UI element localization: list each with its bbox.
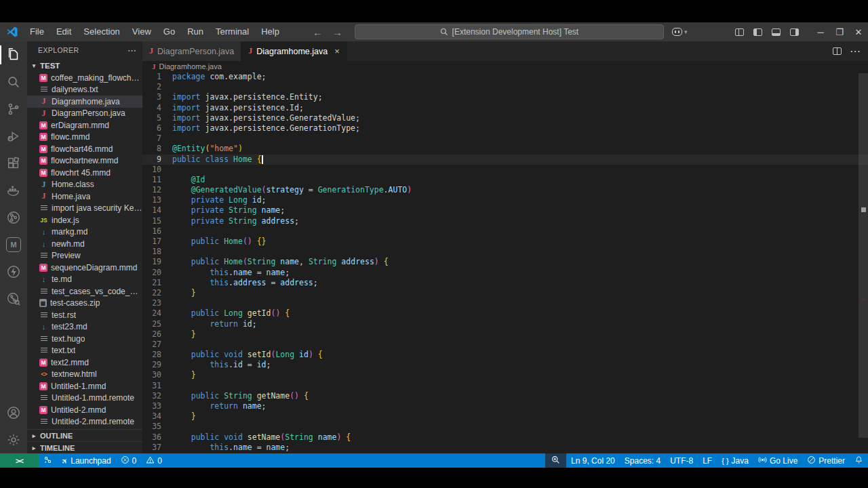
toggle-sidebar-icon[interactable] (753, 28, 762, 36)
file-row[interactable]: JHome.java (27, 190, 142, 203)
nav-forward-button[interactable]: → (332, 26, 342, 38)
errors-item[interactable]: 0 (116, 453, 142, 468)
menu-file[interactable]: File (24, 22, 50, 41)
token: ) (374, 257, 379, 266)
file-row[interactable]: Mcoffee_making_flowchart.... (27, 72, 142, 84)
file-row[interactable]: Mtext2.mmd (27, 357, 142, 369)
encoding[interactable]: UTF-8 (665, 453, 698, 468)
file-row[interactable]: Untitled-2.mmd.remote (27, 416, 142, 428)
editor-scrollbar[interactable] (859, 72, 868, 453)
menu-go[interactable]: Go (157, 22, 181, 41)
explorer-icon[interactable] (0, 41, 27, 68)
file-row[interactable]: test.rst (27, 309, 142, 321)
file-row[interactable]: JSindex.js (27, 214, 142, 226)
restore-button[interactable]: ❐ (830, 22, 849, 41)
tab-DiagramPerson.java[interactable]: JDiagramPerson.java (142, 41, 241, 61)
file-row[interactable]: MsequenceDiagram.mmd (27, 262, 142, 274)
gitlens-icon[interactable] (0, 285, 27, 312)
zip-file-icon: ▦ (39, 299, 47, 307)
customize-layout-icon[interactable] (735, 28, 744, 36)
mermaid-extension-icon[interactable]: M (0, 231, 27, 258)
editor-more-actions-icon[interactable]: ⋯ (850, 45, 861, 58)
run-debug-icon[interactable] (0, 123, 27, 150)
file-row[interactable]: Mflowchrt 45.mmd (27, 167, 142, 179)
file-row[interactable]: dailynews.txt (27, 84, 142, 96)
file-row[interactable]: ↓test23.md (27, 321, 142, 333)
slash-icon (807, 455, 816, 466)
launchpad-item[interactable]: ✈Launchpad (57, 453, 116, 468)
docker-icon[interactable] (0, 177, 27, 204)
notifications-bell[interactable] (850, 453, 868, 468)
file-row[interactable]: Mflowchart46.mmd (27, 143, 142, 155)
remote-indicator[interactable]: >< (0, 453, 39, 468)
file-row[interactable]: MerDiagram.mmd (27, 119, 142, 131)
file-row[interactable]: <>textnew.html (27, 369, 142, 381)
line-number: 14 (142, 205, 172, 216)
folder-name: TEST (40, 62, 60, 70)
token: ; (280, 205, 285, 215)
thunder-client-icon[interactable] (0, 258, 27, 285)
explorer-more-actions-icon[interactable]: ⋯ (127, 45, 137, 56)
file-row[interactable]: Untitled-1.mmd.remote (27, 392, 142, 405)
scrollbar-thumb[interactable] (859, 73, 868, 438)
extension-dev-icon[interactable] (39, 453, 57, 468)
file-row[interactable]: JHome.class (27, 179, 142, 191)
token (172, 443, 210, 452)
language-mode[interactable]: { }Java (717, 453, 753, 468)
menu-selection[interactable]: Selection (77, 22, 125, 41)
accounts-icon[interactable] (0, 399, 27, 426)
chevron-right-icon: ▸ (30, 445, 38, 451)
file-row[interactable]: ↓markg.md (27, 226, 142, 239)
file-row[interactable]: Mflowchartnew.mmd (27, 155, 142, 167)
file-row[interactable]: JDiagramPerson.java (27, 108, 142, 120)
settings-gear-icon[interactable] (0, 426, 27, 453)
nav-back-button[interactable]: ← (313, 26, 323, 38)
minimize-button[interactable]: ─ (811, 22, 830, 41)
search-icon[interactable] (0, 68, 27, 96)
file-row[interactable]: text.txt (27, 345, 142, 357)
remote-explorer-icon[interactable] (0, 204, 27, 231)
file-row[interactable]: import java security Key.txt (27, 203, 142, 215)
md-file-icon: ↓ (39, 275, 48, 284)
file-row[interactable]: ↓te.md (27, 274, 142, 286)
file-row[interactable]: Mflowc.mmd (27, 131, 142, 144)
timeline-section[interactable]: ▸ TIMELINE (27, 441, 142, 453)
eol[interactable]: LF (698, 453, 717, 468)
file-row[interactable]: ↓newh.md (27, 238, 142, 250)
close-tab-icon[interactable]: × (334, 46, 340, 56)
file-row[interactable]: JDiagramhome.java (27, 96, 142, 108)
close-button[interactable]: ✕ (849, 22, 868, 41)
mermaid-file-icon: M (39, 121, 47, 129)
zoom-indicator[interactable] (545, 453, 566, 468)
file-row[interactable]: Preview (27, 250, 142, 262)
code-editor[interactable]: 1package com.example;23import javax.pers… (142, 72, 868, 453)
file-row[interactable]: MUntitled-2.mmd (27, 404, 142, 416)
file-row[interactable]: ▦test-cases.zip (27, 298, 142, 310)
toggle-secondary-sidebar-icon[interactable] (790, 28, 799, 36)
go-live[interactable]: Go Live (753, 453, 802, 468)
file-row[interactable]: test_cases_vs_code_plugi... (27, 285, 142, 298)
menu-help[interactable]: Help (255, 22, 285, 41)
file-row[interactable]: MUntitled-1.mmd (27, 380, 142, 392)
split-editor-icon[interactable] (833, 47, 842, 55)
menu-edit[interactable]: Edit (50, 22, 77, 41)
file-name: Home.class (52, 180, 94, 189)
indentation[interactable]: Spaces: 4 (620, 453, 665, 468)
folder-section-test[interactable]: ▾ TEST (27, 59, 142, 72)
menu-run[interactable]: Run (181, 22, 210, 41)
toggle-panel-icon[interactable] (772, 28, 781, 36)
file-row[interactable]: text.hugo (27, 333, 142, 345)
tab-Diagramhome.java[interactable]: JDiagramhome.java× (241, 41, 347, 61)
menu-view[interactable]: View (126, 22, 157, 41)
extensions-icon[interactable] (0, 150, 27, 177)
command-center-search[interactable]: [Extension Development Host] Test (355, 24, 664, 39)
cursor-position[interactable]: Ln 9, Col 20 (566, 453, 620, 468)
menu-terminal[interactable]: Terminal (210, 22, 255, 41)
warnings-item[interactable]: 0 (141, 453, 167, 468)
prettier[interactable]: Prettier (802, 453, 850, 468)
outline-section[interactable]: ▸ OUTLINE (27, 429, 142, 441)
token (257, 216, 262, 226)
copilot-button[interactable]: ▾ (672, 28, 688, 36)
breadcrumb[interactable]: J Diagramhome.java (142, 61, 868, 72)
source-control-icon[interactable] (0, 96, 27, 123)
